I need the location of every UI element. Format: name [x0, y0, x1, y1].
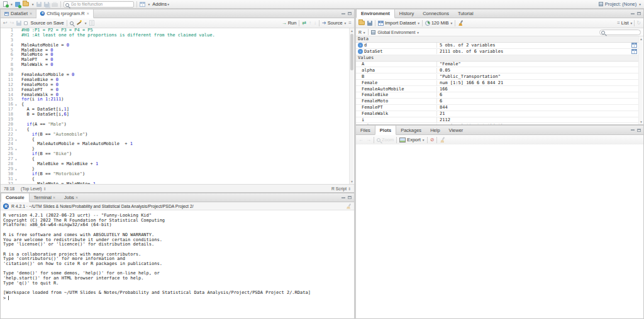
forward-icon[interactable]: ↪	[10, 21, 14, 26]
code-line[interactable]: 15for(i in 1:2111)	[1, 97, 350, 102]
minimize-icon[interactable]	[341, 13, 345, 14]
tab-dataset[interactable]: DataSet ×	[1, 9, 36, 18]
compile-report-icon[interactable]	[89, 20, 94, 26]
env-row-B[interactable]: B"Public_Transportation"	[356, 73, 639, 80]
tab-viewer[interactable]: Viewer	[445, 126, 468, 134]
new-project-icon[interactable]	[15, 2, 20, 7]
console-output[interactable]: R version 4.2.1 (2022-06-23 ucrt) -- "Fu…	[1, 210, 354, 296]
scrollbar-thumb[interactable]	[350, 34, 353, 70]
project-selector[interactable]: Project: (None) ▾	[599, 1, 641, 7]
up-icon[interactable]: ↑	[309, 21, 311, 26]
env-row-FemaleAutoMobile[interactable]: FemaleAutoMobile166	[356, 86, 639, 92]
minimize-icon[interactable]	[631, 13, 635, 14]
maximize-icon[interactable]	[637, 129, 641, 132]
goto-file-input[interactable]	[64, 1, 134, 8]
print-icon[interactable]	[52, 3, 58, 7]
code-line[interactable]: 8MaleWalk = 0	[1, 63, 350, 68]
environment-scrollbar[interactable]: ▲ ▼	[638, 36, 643, 124]
minimize-icon[interactable]	[341, 197, 345, 198]
env-row-FemalePT[interactable]: FemalePT844	[356, 105, 639, 111]
tab-history[interactable]: History	[395, 9, 418, 18]
env-row-d[interactable]: ›d5 obs. of 2 variables	[356, 43, 639, 49]
code-line[interactable]: 28 MaleBike = MaleBike + 1	[1, 162, 350, 167]
code-editor[interactable]: 1#H0 :P1 = P2 = P3 = P4 = P52#H1 :At lea…	[1, 28, 350, 184]
fold-arrow-icon[interactable]: ▾	[13, 127, 19, 132]
view-data-icon[interactable]	[631, 43, 637, 48]
tab-terminal[interactable]: Terminal×	[30, 193, 60, 202]
fold-arrow-icon[interactable]: ▾	[13, 138, 19, 143]
clear-console-icon[interactable]	[346, 203, 352, 209]
load-workspace-icon[interactable]	[358, 21, 365, 25]
zoom-plot-button[interactable]: Zoom	[377, 137, 394, 143]
minimize-icon[interactable]	[631, 129, 635, 131]
fold-arrow-icon[interactable]: ▾	[13, 102, 19, 107]
next-plot-icon[interactable]: →	[366, 138, 371, 143]
tab-plots[interactable]: Plots	[375, 126, 396, 135]
env-row-FemaleMoto[interactable]: FemaleMoto6	[356, 99, 639, 105]
find-icon[interactable]	[70, 21, 74, 25]
tab-connections[interactable]: Connections	[418, 9, 453, 18]
outline-icon[interactable]: ≡	[348, 21, 352, 26]
rerun-icon[interactable]: ⇄	[302, 20, 306, 26]
maximize-icon[interactable]	[637, 12, 641, 15]
close-icon[interactable]: ×	[75, 195, 78, 200]
back-icon[interactable]: ↩	[3, 21, 8, 26]
code-line[interactable]: 20 if(A == "Male")	[1, 122, 350, 127]
run-button[interactable]: →Run	[282, 20, 297, 26]
language-selector[interactable]: R ▾	[358, 30, 365, 35]
close-icon[interactable]: ×	[30, 11, 32, 16]
source-button[interactable]: ➔Source▾	[322, 20, 346, 26]
tab-chisq-rprogram[interactable]: R ChiSq rprogram.R ×	[36, 9, 94, 18]
environment-selector[interactable]: Global Environment ▾	[378, 30, 419, 35]
save-all-icon[interactable]	[44, 2, 49, 7]
save-workspace-icon[interactable]	[367, 21, 372, 26]
console-prompt[interactable]: >	[1, 296, 354, 301]
scroll-down-icon[interactable]: ▼	[350, 180, 354, 183]
close-icon[interactable]: ×	[87, 11, 89, 16]
expand-object-icon[interactable]: ›	[358, 49, 363, 54]
memory-usage-button[interactable]: 120 MiB▾	[425, 20, 452, 26]
addins-menu[interactable]: Addins▾	[152, 1, 169, 7]
close-icon[interactable]: ×	[53, 195, 55, 200]
environment-search[interactable]	[599, 30, 641, 35]
env-row-A[interactable]: A"Female"	[356, 62, 639, 68]
maximize-icon[interactable]	[348, 196, 352, 199]
expand-object-icon[interactable]: ›	[358, 43, 363, 48]
fold-arrow-icon[interactable]: ▾	[13, 167, 19, 172]
env-row-alpha[interactable]: alpha0.05	[356, 67, 639, 73]
scroll-up-icon[interactable]: ▲	[350, 29, 354, 33]
addins-grid-icon[interactable]	[140, 2, 145, 7]
fold-arrow-icon[interactable]: ▾	[13, 157, 19, 162]
save-icon[interactable]	[36, 2, 42, 7]
code-line[interactable]: 30 if(B == "Motorbike")	[1, 172, 350, 177]
import-dataset-button[interactable]: Import Dataset▾	[378, 20, 419, 26]
scope-selector[interactable]: (Top Level) ⇕	[21, 187, 47, 191]
tab-environment[interactable]: Environment	[356, 9, 395, 18]
tab-files[interactable]: Files	[356, 126, 375, 134]
fold-arrow-icon[interactable]: ▾	[13, 147, 19, 152]
clear-plots-icon[interactable]	[440, 137, 445, 143]
code-line[interactable]: 24 MaleAutoMobile = MaleAutoMobile + 1	[1, 142, 350, 147]
export-plot-button[interactable]: Export▾	[399, 137, 424, 143]
env-row-i[interactable]: i2112	[356, 117, 639, 124]
env-row-Male[interactable]: Malenum [1:5] 201 8 8 836 23	[356, 123, 639, 124]
scroll-up-icon[interactable]: ▲	[639, 37, 643, 41]
env-row-FemaleBike[interactable]: FemaleBike6	[356, 92, 639, 99]
down-icon[interactable]: ↓	[314, 21, 316, 26]
previous-plot-icon[interactable]: ←	[358, 138, 364, 143]
fold-arrow-icon[interactable]: ▾	[13, 177, 19, 182]
new-file-icon[interactable]	[3, 1, 8, 7]
tab-tutorial[interactable]: Tutorial	[453, 9, 478, 18]
view-data-icon[interactable]	[631, 49, 637, 54]
tab-jobs[interactable]: Jobs×	[60, 193, 82, 202]
scroll-down-icon[interactable]: ▼	[639, 120, 643, 124]
remove-plot-icon[interactable]: ⊘	[430, 138, 435, 143]
doc-type-selector[interactable]: R Script ⇕	[331, 187, 351, 191]
tab-packages[interactable]: Packages	[396, 126, 426, 134]
editor-scrollbar[interactable]: ▲ ▼	[349, 28, 353, 184]
clear-environment-icon[interactable]	[458, 20, 464, 26]
source-on-save-checkbox[interactable]	[24, 21, 28, 25]
code-line[interactable]: 26 if(B == "Bike")	[1, 152, 350, 157]
tab-console[interactable]: Console	[1, 193, 30, 202]
maximize-icon[interactable]	[348, 12, 352, 15]
